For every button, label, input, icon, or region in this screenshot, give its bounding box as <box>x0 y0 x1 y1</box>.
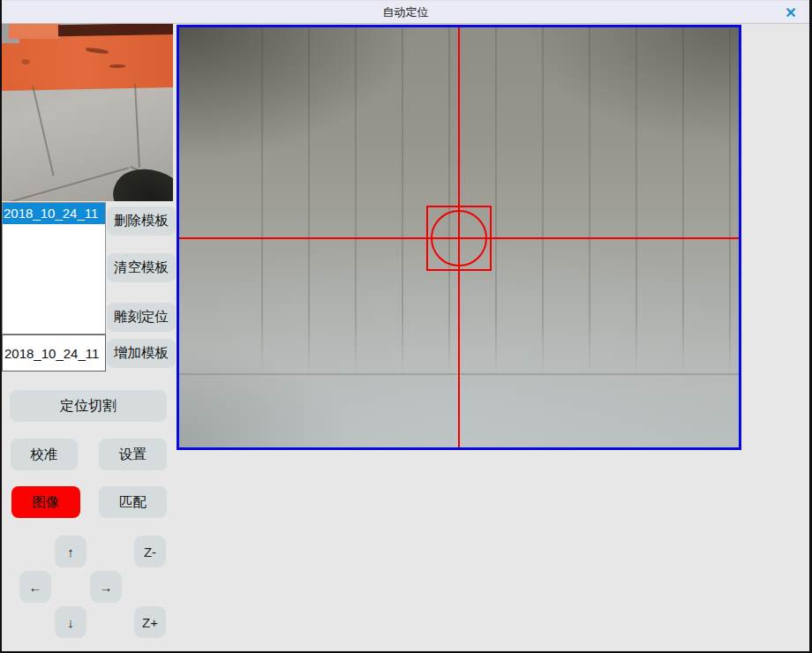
auto-position-dialog: 自动定位 ✕ 2018_10_24_11 删除模板 清空模板 雕刻定位 增加模板… <box>0 0 812 653</box>
preview-detail <box>58 24 173 36</box>
jog-right-button[interactable]: → <box>90 571 122 603</box>
preview-tile-line <box>134 84 140 168</box>
target-circle-overlay <box>431 210 487 266</box>
preview-tile-line <box>32 86 55 176</box>
close-icon[interactable]: ✕ <box>781 4 801 21</box>
dialog-title: 自动定位 <box>383 4 429 20</box>
delete-template-button[interactable]: 删除模板 <box>107 206 176 236</box>
match-button[interactable]: 匹配 <box>99 486 167 518</box>
position-cut-button[interactable]: 定位切割 <box>10 390 167 422</box>
settings-button[interactable]: 设置 <box>99 439 167 470</box>
engrave-position-button[interactable]: 雕刻定位 <box>107 303 176 332</box>
preview-tile-line <box>2 167 129 201</box>
preview-detail <box>9 24 60 39</box>
jog-z-plus-button[interactable]: Z+ <box>134 606 166 638</box>
camera-view <box>177 25 741 450</box>
jog-down-button[interactable]: ↓ <box>55 606 86 638</box>
image-button[interactable]: 图像 <box>11 486 80 518</box>
titlebar: 自动定位 ✕ <box>2 1 809 24</box>
template-name-input[interactable] <box>2 334 106 372</box>
list-item-template[interactable]: 2018_10_24_11 <box>3 203 105 224</box>
clear-templates-button[interactable]: 清空模板 <box>107 253 176 282</box>
template-preview-image <box>2 24 173 201</box>
template-listbox: 2018_10_24_11 <box>2 202 106 334</box>
preview-detail <box>109 64 125 68</box>
jog-z-minus-button[interactable]: Z- <box>134 536 166 567</box>
jog-left-button[interactable]: ← <box>19 571 51 603</box>
calibrate-button[interactable]: 校准 <box>11 439 78 470</box>
add-template-button[interactable]: 增加模板 <box>107 339 176 368</box>
jog-up-button[interactable]: ↑ <box>55 536 86 567</box>
preview-detail <box>21 59 30 64</box>
